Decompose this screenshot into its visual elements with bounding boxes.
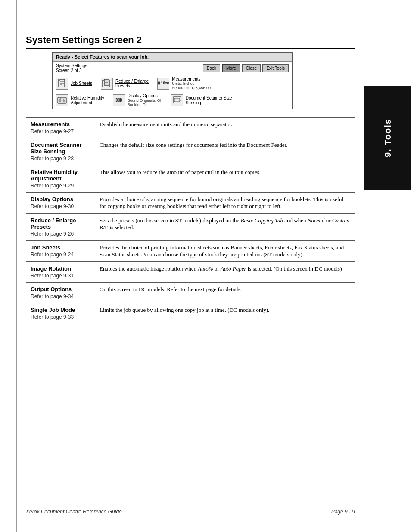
item-ref: Refer to page 9-24 [31, 252, 90, 258]
table-left-cell-4: Reduce / Enlarge PresetsRefer to page 9-… [26, 214, 95, 241]
svg-rect-1 [59, 79, 60, 81]
main-content: System Settings Screen 2 Ready - Select … [26, 0, 355, 324]
ss-reduce-enlarge-label: Reduce / Enlarge Presets [115, 79, 149, 88]
item-ref: Refer to page 9-34 [31, 293, 90, 299]
table-row: Job SheetsRefer to page 9-24Provides the… [26, 241, 355, 262]
screenshot-row1: Job Sheets Reduce / Enlarge Presets [53, 75, 292, 92]
measurements-units: Units: Inches [172, 81, 211, 86]
table-right-cell-0: Establish the measurement units and the … [95, 118, 355, 138]
back-button[interactable]: Back [203, 64, 220, 72]
toolbar-label-line1: System Settings [56, 63, 87, 68]
table-row: Relative Humidity AdjustmentRefer to pag… [26, 165, 355, 193]
screenshot-row2: Relative Humidity Adjustment DOD Display… [53, 92, 292, 109]
ss-job-sheets-label: Job Sheets [71, 81, 92, 86]
toolbar-label-line2: Screen 2 of 3 [56, 68, 87, 73]
table-row: Display OptionsRefer to page 9-30Provide… [26, 193, 355, 214]
table-right-cell-4: Sets the presets (on this screen in ST m… [95, 214, 355, 241]
measurements-text: Measurements [172, 77, 211, 81]
item-ref: Refer to page 9-28 [31, 156, 90, 162]
reduce-enlarge-text: Reduce / Enlarge [115, 79, 149, 84]
display-booklet: Booklet: Off [128, 103, 162, 107]
ss-item-display-options: DOD Display Options Bound Originals: Off… [113, 93, 162, 107]
page-line-bottom-left [16, 508, 25, 508]
table-row: Single Job ModeRefer to page 9-33Limits … [26, 303, 355, 324]
close-button[interactable]: Close [242, 64, 261, 72]
table-left-cell-5: Job SheetsRefer to page 9-24 [26, 241, 95, 262]
table-row: Output OptionsRefer to page 9-34On this … [26, 283, 355, 303]
ss-item-scanner-size: Document Scanner Size Sensing [171, 93, 232, 107]
ss-item-measurements: 0"0mm Measurements Units: Inches Separat… [157, 77, 211, 90]
job-sheets-text: Job Sheets [71, 81, 92, 86]
item-ref: Refer to page 9-26 [31, 231, 90, 237]
table-right-cell-1: Changes the default size zone settings f… [95, 138, 355, 165]
table-left-cell-8: Single Job ModeRefer to page 9-33 [26, 303, 95, 324]
table-left-cell-1: Document Scanner Size SensingRefer to pa… [26, 138, 95, 165]
table-right-cell-2: This allows you to reduce the amount of … [95, 165, 355, 193]
item-title: Measurements [31, 121, 90, 128]
screenshot-header: Ready - Select Features to scan your job… [53, 53, 292, 62]
item-ref: Refer to page 9-30 [31, 203, 90, 209]
side-tab-label: 9. Tools [383, 118, 393, 157]
table-left-cell-6: Image RotationRefer to page 9-31 [26, 262, 95, 283]
display-bound: Bound Originals: Off [128, 98, 162, 103]
measurements-icon: 0"0mm [157, 78, 169, 90]
item-ref: Refer to page 9-33 [31, 314, 90, 320]
footer-right: Page 9 - 9 [331, 509, 355, 515]
table-row: Image RotationRefer to page 9-31Enables … [26, 262, 355, 283]
sensing-text: Sensing [186, 100, 232, 105]
ss-item-job-sheets: Job Sheets [56, 77, 92, 90]
table-left-cell-7: Output OptionsRefer to page 9-34 [26, 283, 95, 303]
ss-item-reduce-enlarge: Reduce / Enlarge Presets [101, 77, 149, 90]
table-right-cell-7: On this screen in DC models. Refer to th… [95, 283, 355, 303]
table-right-cell-5: Provides the choice of printing informat… [95, 241, 355, 262]
item-title: Image Rotation [31, 265, 90, 272]
table-right-cell-8: Limits the job queue by allowing one cop… [95, 303, 355, 324]
ss-humidity-label: Relative Humidity Adjustment [71, 96, 104, 105]
svg-rect-16 [174, 98, 180, 102]
reference-table: MeasurementsRefer to page 9-27Establish … [26, 117, 355, 324]
reduce-enlarge-icon [101, 78, 113, 90]
item-ref: Refer to page 9-27 [31, 128, 90, 134]
scanner-size-icon [171, 94, 183, 106]
table-right-cell-3: Provides a choice of scanning sequence f… [95, 193, 355, 214]
scanner-size-text: Document Scanner Size [186, 96, 232, 100]
table-right-cell-6: Enables the automatic image rotation whe… [95, 262, 355, 283]
ss-item-humidity: Relative Humidity Adjustment [56, 93, 104, 107]
table-row: MeasurementsRefer to page 9-27Establish … [26, 118, 355, 138]
display-options-text: Display Options [128, 93, 162, 98]
presets-text: Presets [115, 84, 149, 88]
page-line-top-left [16, 24, 25, 24]
adjustment-text: Adjustment [71, 100, 104, 105]
item-title: Single Job Mode [31, 307, 90, 313]
screenshot-toolbar: System Settings Screen 2 of 3 Back More … [53, 62, 292, 75]
page-title: System Settings Screen 2 [26, 34, 355, 49]
ss-scanner-size-label: Document Scanner Size Sensing [186, 96, 232, 105]
job-sheets-icon [56, 78, 68, 90]
table-left-cell-2: Relative Humidity AdjustmentRefer to pag… [26, 165, 95, 193]
footer: Xerox Document Centre Reference Guide Pa… [26, 506, 355, 515]
screenshot-container: Ready - Select Features to scan your job… [52, 52, 293, 109]
item-title: Relative Humidity Adjustment [31, 169, 90, 182]
humidity-text: Relative Humidity [71, 96, 104, 100]
table-row: Document Scanner Size SensingRefer to pa… [26, 138, 355, 165]
exit-tools-button[interactable]: Exit Tools [262, 64, 289, 72]
item-ref: Refer to page 9-29 [31, 183, 90, 189]
table-left-cell-3: Display OptionsRefer to page 9-30 [26, 193, 95, 214]
item-title: Output Options [31, 286, 90, 292]
item-title: Display Options [31, 196, 90, 202]
table-row: Reduce / Enlarge PresetsRefer to page 9-… [26, 214, 355, 241]
item-title: Reduce / Enlarge Presets [31, 217, 90, 230]
screenshot-toolbar-label: System Settings Screen 2 of 3 [56, 63, 87, 73]
measurements-separator: Separator: 123,456.00 [172, 86, 211, 90]
ss-display-options-label: Display Options Bound Originals: Off Boo… [128, 93, 162, 107]
humidity-icon [56, 94, 68, 106]
page-border-right [361, 0, 361, 532]
screenshot-toolbar-buttons: Back More Close Exit Tools [203, 64, 289, 72]
page-line-top-right [353, 24, 361, 24]
ss-measurements-label: Measurements Units: Inches Separator: 12… [172, 77, 211, 90]
item-title: Job Sheets [31, 244, 90, 251]
table-left-cell-0: MeasurementsRefer to page 9-27 [26, 118, 95, 138]
page-border-left [16, 0, 17, 532]
display-options-icon: DOD [113, 94, 125, 106]
more-button[interactable]: More [222, 64, 240, 72]
